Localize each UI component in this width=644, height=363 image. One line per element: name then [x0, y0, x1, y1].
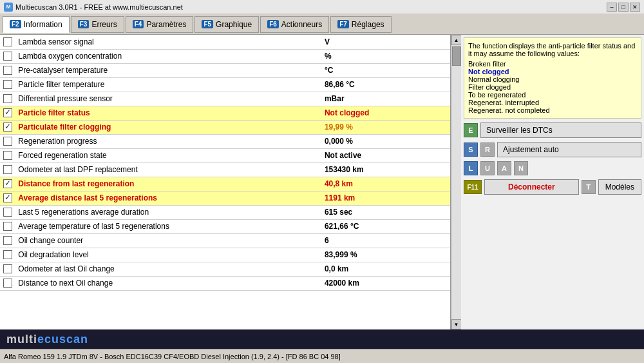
- row-checkbox-cell[interactable]: [0, 120, 15, 134]
- row-value: 86,86 °C: [322, 77, 450, 92]
- row-checkbox-cell[interactable]: [0, 233, 15, 248]
- table-row: Differential pressure sensor mBar: [0, 92, 450, 106]
- row-value: 621,66 °C: [322, 219, 450, 233]
- row-checkbox-cell[interactable]: [0, 35, 15, 49]
- table-row: Average distance last 5 regenerations 11…: [0, 191, 450, 205]
- row-checkbox-cell[interactable]: [0, 77, 15, 92]
- surveiller-button[interactable]: Surveiller les DTCs: [480, 123, 641, 138]
- row-name: Oil change counter: [15, 233, 322, 248]
- table-row: Lambda oxygen concentration %: [0, 49, 450, 63]
- window-controls[interactable]: – □ ✕: [607, 3, 640, 12]
- logo-bar: multiecuscan: [0, 329, 644, 349]
- info-item: Filter clogged: [468, 83, 637, 91]
- row-name: Odometer at last Oil change: [15, 262, 322, 276]
- table-row: Distance to next Oil change 42000 km: [0, 276, 450, 290]
- row-checkbox[interactable]: [3, 250, 12, 259]
- row-value: Not clogged: [322, 106, 450, 120]
- tab-reglages-label: Réglages: [352, 20, 384, 29]
- row-checkbox[interactable]: [3, 236, 12, 245]
- key-u-button[interactable]: U: [480, 161, 495, 175]
- row-value: Not active: [322, 148, 450, 162]
- key-n-button[interactable]: N: [514, 161, 528, 175]
- info-item: Not clogged: [468, 68, 637, 75]
- row-checkbox-cell[interactable]: [0, 49, 15, 63]
- row-name: Average temperature of last 5 regenerati…: [15, 219, 322, 233]
- row-checkbox[interactable]: [3, 151, 12, 160]
- row-checkbox[interactable]: [3, 37, 12, 46]
- row-checkbox-cell[interactable]: [0, 177, 15, 191]
- row-checkbox-cell[interactable]: [0, 205, 15, 219]
- row-name: Lambda oxygen concentration: [15, 49, 322, 63]
- row-checkbox-cell[interactable]: [0, 63, 15, 77]
- row-checkbox-cell[interactable]: [0, 148, 15, 162]
- row-checkbox[interactable]: [3, 279, 12, 288]
- row-checkbox-cell[interactable]: [0, 162, 15, 177]
- minimize-button[interactable]: –: [607, 3, 617, 12]
- row-name: Last 5 regenerations average duration: [15, 205, 322, 219]
- tab-erreurs-label: Erreurs: [91, 20, 117, 29]
- scrollbar[interactable]: ▲ ▼: [451, 35, 461, 329]
- row-checkbox[interactable]: [3, 208, 12, 217]
- tab-erreurs[interactable]: F3 Erreurs: [71, 16, 124, 33]
- key-s-button[interactable]: S: [464, 142, 478, 157]
- tab-f5-key: F5: [202, 20, 213, 28]
- table-row: Particle filter status Not clogged: [0, 106, 450, 120]
- tab-f6-key: F6: [267, 20, 279, 28]
- row-checkbox[interactable]: [3, 193, 12, 202]
- row-checkbox-cell[interactable]: [0, 248, 15, 262]
- modeles-button[interactable]: Modèles: [598, 179, 641, 195]
- close-button[interactable]: ✕: [630, 3, 640, 12]
- row-checkbox[interactable]: [3, 222, 12, 231]
- key-l-button[interactable]: L: [464, 161, 478, 175]
- key-t-button[interactable]: T: [582, 180, 596, 194]
- deconnecter-button[interactable]: Déconnecter: [484, 179, 579, 195]
- row-checkbox[interactable]: [3, 108, 12, 117]
- scroll-up-button[interactable]: ▲: [451, 35, 462, 45]
- row-value: %: [322, 49, 450, 63]
- row-name: Particulate filter clogging: [15, 120, 322, 134]
- row-checkbox[interactable]: [3, 52, 12, 61]
- row-value: 153430 km: [322, 162, 450, 177]
- row-name: Pre-catalyser temperature: [15, 63, 322, 77]
- info-box-text: The function displays the anti-particle …: [468, 42, 637, 57]
- row-value: 42000 km: [322, 276, 450, 290]
- row-checkbox[interactable]: [3, 137, 12, 146]
- table-row: Odometer at last Oil change 0,0 km: [0, 262, 450, 276]
- row-checkbox[interactable]: [3, 264, 12, 273]
- key-a-button[interactable]: A: [497, 161, 511, 175]
- maximize-button[interactable]: □: [618, 3, 629, 12]
- ajustement-button[interactable]: Ajustement auto: [497, 142, 641, 157]
- data-table: Lambda sensor signal V Lambda oxygen con…: [0, 35, 450, 291]
- row-checkbox[interactable]: [3, 80, 12, 89]
- tab-parametres[interactable]: F4 Paramètres: [126, 16, 194, 33]
- row-checkbox-cell[interactable]: [0, 92, 15, 106]
- tab-reglages[interactable]: F7 Réglages: [330, 16, 391, 33]
- row-name: Regeneration progress: [15, 134, 322, 148]
- extra-keys-row: L U A N: [464, 161, 641, 175]
- row-checkbox[interactable]: [3, 179, 12, 188]
- row-checkbox-cell[interactable]: [0, 134, 15, 148]
- scroll-thumb[interactable]: [452, 46, 461, 66]
- row-checkbox-cell[interactable]: [0, 262, 15, 276]
- row-checkbox-cell[interactable]: [0, 106, 15, 120]
- key-e-button[interactable]: E: [464, 123, 478, 137]
- scroll-down-button[interactable]: ▼: [451, 319, 462, 329]
- tab-actionneurs[interactable]: F6 Actionneurs: [260, 16, 329, 33]
- row-checkbox[interactable]: [3, 165, 12, 174]
- row-name: Odometer at last DPF replacement: [15, 162, 322, 177]
- row-checkbox-cell[interactable]: [0, 219, 15, 233]
- row-checkbox[interactable]: [3, 123, 12, 132]
- table-row: Distance from last regeneration 40,8 km: [0, 177, 450, 191]
- key-f11-button[interactable]: F11: [464, 180, 482, 194]
- row-checkbox-cell[interactable]: [0, 191, 15, 205]
- data-table-container[interactable]: Lambda sensor signal V Lambda oxygen con…: [0, 35, 451, 329]
- tab-parametres-label: Paramètres: [146, 20, 186, 29]
- row-checkbox[interactable]: [3, 94, 12, 103]
- table-row: Last 5 regenerations average duration 61…: [0, 205, 450, 219]
- key-r-button[interactable]: R: [480, 142, 495, 157]
- tab-information[interactable]: F2 Information: [3, 16, 70, 33]
- tab-graphique[interactable]: F5 Graphique: [194, 16, 259, 33]
- row-checkbox-cell[interactable]: [0, 276, 15, 290]
- app-icon: M: [4, 3, 13, 12]
- row-checkbox[interactable]: [3, 66, 12, 75]
